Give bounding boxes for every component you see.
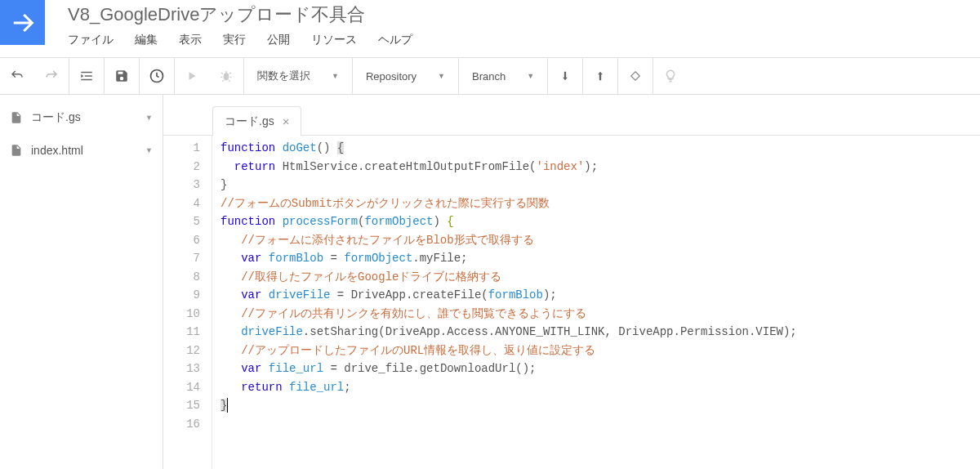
save-button[interactable] (105, 58, 139, 94)
file-label: index.html (31, 144, 83, 157)
file-icon (10, 144, 23, 157)
caret-down-icon: ▼ (438, 72, 445, 80)
function-select[interactable]: 関数を選択▼ (244, 58, 352, 94)
tab-code[interactable]: コード.gs × (212, 106, 301, 136)
diamond-button[interactable] (618, 58, 653, 94)
menu-view[interactable]: 表示 (179, 33, 202, 47)
run-button[interactable] (175, 58, 209, 94)
menu-file[interactable]: ファイル (68, 33, 114, 47)
file-icon (10, 111, 23, 124)
tab-label: コード.gs (225, 114, 274, 129)
file-item-code[interactable]: コード.gs ▼ (0, 101, 163, 134)
menu-bar: ファイル 編集 表示 実行 公開 リソース ヘルプ (68, 28, 412, 47)
page-title: V8_GoogleDriveアップロード不具合 (68, 2, 412, 28)
tab-bar: コード.gs × (163, 95, 980, 136)
caret-down-icon: ▼ (145, 146, 153, 154)
caret-down-icon: ▼ (332, 72, 339, 80)
redo-button[interactable] (34, 58, 69, 94)
file-label: コード.gs (31, 110, 81, 125)
menu-edit[interactable]: 編集 (135, 33, 158, 47)
caret-down-icon: ▼ (527, 72, 534, 80)
editor: コード.gs × 12345678910111213141516 functio… (163, 95, 980, 469)
indent-button[interactable] (69, 58, 104, 94)
sidebar: コード.gs ▼ index.html ▼ (0, 95, 163, 469)
menu-publish[interactable]: 公開 (267, 33, 290, 47)
menu-help[interactable]: ヘルプ (378, 33, 412, 47)
menu-run[interactable]: 実行 (223, 33, 246, 47)
branch-select[interactable]: Branch▼ (459, 58, 547, 94)
up-arrow-button[interactable] (583, 58, 617, 94)
line-gutter: 12345678910111213141516 (163, 136, 212, 469)
toolbar: 関数を選択▼ Repository▼ Branch▼ (0, 57, 980, 95)
svg-rect-2 (81, 79, 92, 81)
file-item-index[interactable]: index.html ▼ (0, 134, 163, 167)
history-button[interactable] (140, 58, 174, 94)
header: V8_GoogleDriveアップロード不具合 ファイル 編集 表示 実行 公開… (0, 0, 980, 57)
repository-select[interactable]: Repository▼ (353, 58, 458, 94)
main: コード.gs ▼ index.html ▼ コード.gs × 123456789… (0, 95, 980, 469)
down-arrow-button[interactable] (548, 58, 582, 94)
app-icon[interactable] (0, 0, 45, 45)
svg-rect-0 (81, 72, 92, 74)
caret-down-icon: ▼ (145, 114, 153, 122)
debug-button[interactable] (209, 58, 243, 94)
code-area[interactable]: 12345678910111213141516 function doGet()… (163, 136, 980, 469)
svg-rect-1 (85, 75, 92, 77)
svg-point-4 (224, 73, 229, 80)
code-content[interactable]: function doGet() { return HtmlService.cr… (212, 136, 980, 469)
undo-button[interactable] (0, 58, 34, 94)
lightbulb-button[interactable] (653, 58, 688, 94)
menu-resource[interactable]: リソース (311, 33, 357, 47)
close-icon[interactable]: × (283, 114, 290, 128)
